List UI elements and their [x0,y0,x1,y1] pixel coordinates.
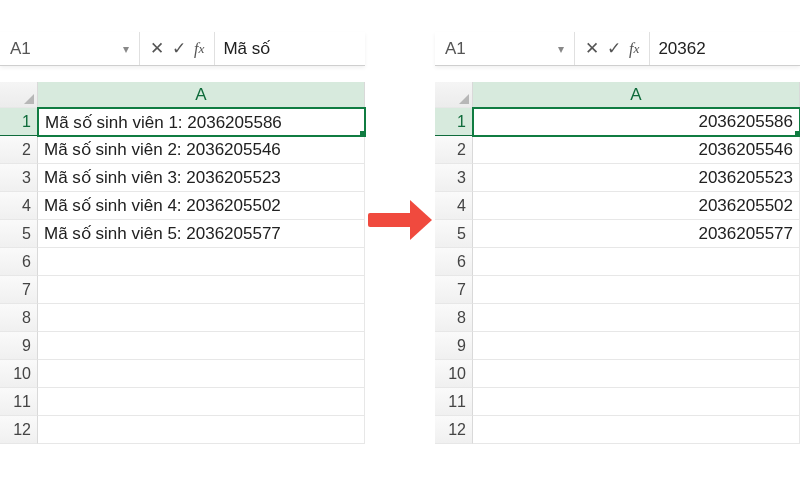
row-header[interactable]: 1 [0,108,38,136]
select-all-corner[interactable] [0,82,38,108]
row-header[interactable]: 10 [435,360,473,388]
cancel-icon[interactable]: ✕ [150,38,164,59]
formula-bar-buttons: ✕ ✓ fx [140,32,215,65]
row-header[interactable]: 6 [435,248,473,276]
cell[interactable] [473,248,800,276]
table-row: 11 [0,388,365,416]
row-header[interactable]: 3 [0,164,38,192]
cell-value: Mã số sinh viên 3: 2036205523 [44,167,281,188]
chevron-down-icon[interactable]: ▾ [558,42,564,56]
cell[interactable]: 2036205502 [473,192,800,220]
cell[interactable] [38,332,365,360]
row-header[interactable]: 1 [435,108,473,136]
cell[interactable]: Mã số sinh viên 3: 2036205523 [38,164,365,192]
table-row: 5Mã số sinh viên 5: 2036205577 [0,220,365,248]
cell[interactable]: 2036205546 [473,136,800,164]
table-row: 22036205546 [435,136,800,164]
row-header[interactable]: 4 [435,192,473,220]
grid-right[interactable]: A 12036205586220362055463203620552342036… [435,82,800,444]
table-row: 6 [435,248,800,276]
cell[interactable]: Mã số sinh viên 5: 2036205577 [38,220,365,248]
cell[interactable]: 2036205523 [473,164,800,192]
row-header[interactable]: 12 [435,416,473,444]
table-row: 6 [0,248,365,276]
table-row: 52036205577 [435,220,800,248]
table-row: 3Mã số sinh viên 3: 2036205523 [0,164,365,192]
table-row: 32036205523 [435,164,800,192]
cell-value: 2036205577 [698,224,793,244]
cell-value: Mã số sinh viên 5: 2036205577 [44,223,281,244]
cell[interactable] [38,360,365,388]
table-row: 4Mã số sinh viên 4: 2036205502 [0,192,365,220]
cell[interactable] [473,304,800,332]
cell[interactable] [473,332,800,360]
row-header[interactable]: 3 [435,164,473,192]
table-row: 9 [0,332,365,360]
chevron-down-icon[interactable]: ▾ [123,42,129,56]
cell[interactable] [473,276,800,304]
row-header[interactable]: 8 [0,304,38,332]
formula-value[interactable]: 20362 [650,32,800,65]
formula-bar: A1 ▾ ✕ ✓ fx 20362 [435,32,800,66]
cell-value: 2036205586 [698,112,793,132]
row-header[interactable]: 8 [435,304,473,332]
name-box[interactable]: A1 ▾ [0,32,140,65]
row-header[interactable]: 10 [0,360,38,388]
before-panel: A1 ▾ ✕ ✓ fx Mã số A 1Mã số sinh viên 1: … [0,32,365,444]
confirm-icon[interactable]: ✓ [607,38,621,59]
formula-value[interactable]: Mã số [215,32,365,65]
cell[interactable]: Mã số sinh viên 4: 2036205502 [38,192,365,220]
name-box-value: A1 [445,39,466,59]
table-row: 7 [435,276,800,304]
row-header[interactable]: 12 [0,416,38,444]
name-box-value: A1 [10,39,31,59]
fx-icon[interactable]: fx [629,40,639,58]
table-row: 7 [0,276,365,304]
name-box[interactable]: A1 ▾ [435,32,575,65]
row-header[interactable]: 2 [0,136,38,164]
row-header[interactable]: 6 [0,248,38,276]
table-row: 12 [435,416,800,444]
formula-bar-buttons: ✕ ✓ fx [575,32,650,65]
cell[interactable] [473,388,800,416]
cell[interactable] [38,388,365,416]
cell-value: Mã số sinh viên 1: 2036205586 [45,112,282,133]
cell[interactable]: 2036205586 [472,107,800,137]
row-header[interactable]: 7 [0,276,38,304]
row-header[interactable]: 5 [0,220,38,248]
grid-left[interactable]: A 1Mã số sinh viên 1: 20362055862Mã số s… [0,82,365,444]
cell-value: 2036205523 [698,168,793,188]
row-header[interactable]: 9 [0,332,38,360]
cell[interactable]: 2036205577 [473,220,800,248]
table-row: 10 [435,360,800,388]
formula-bar: A1 ▾ ✕ ✓ fx Mã số [0,32,365,66]
row-header[interactable]: 9 [435,332,473,360]
cell[interactable]: Mã số sinh viên 1: 2036205586 [37,107,366,137]
row-header[interactable]: 5 [435,220,473,248]
column-header-a[interactable]: A [473,82,800,108]
table-row: 12 [0,416,365,444]
cell[interactable]: Mã số sinh viên 2: 2036205546 [38,136,365,164]
row-header[interactable]: 4 [0,192,38,220]
row-header[interactable]: 7 [435,276,473,304]
arrow-icon [368,200,432,240]
table-row: 1Mã số sinh viên 1: 2036205586 [0,108,365,136]
confirm-icon[interactable]: ✓ [172,38,186,59]
fx-icon[interactable]: fx [194,40,204,58]
cell[interactable] [38,304,365,332]
table-row: 8 [435,304,800,332]
cell[interactable] [473,360,800,388]
cell-value: 2036205502 [698,196,793,216]
column-header-a[interactable]: A [38,82,365,108]
row-header[interactable]: 11 [435,388,473,416]
cell[interactable] [38,248,365,276]
cell-value: Mã số sinh viên 2: 2036205546 [44,139,281,160]
cell[interactable] [38,416,365,444]
select-all-corner[interactable] [435,82,473,108]
cell[interactable] [38,276,365,304]
cell[interactable] [473,416,800,444]
cancel-icon[interactable]: ✕ [585,38,599,59]
row-header[interactable]: 11 [0,388,38,416]
table-row: 12036205586 [435,108,800,136]
row-header[interactable]: 2 [435,136,473,164]
